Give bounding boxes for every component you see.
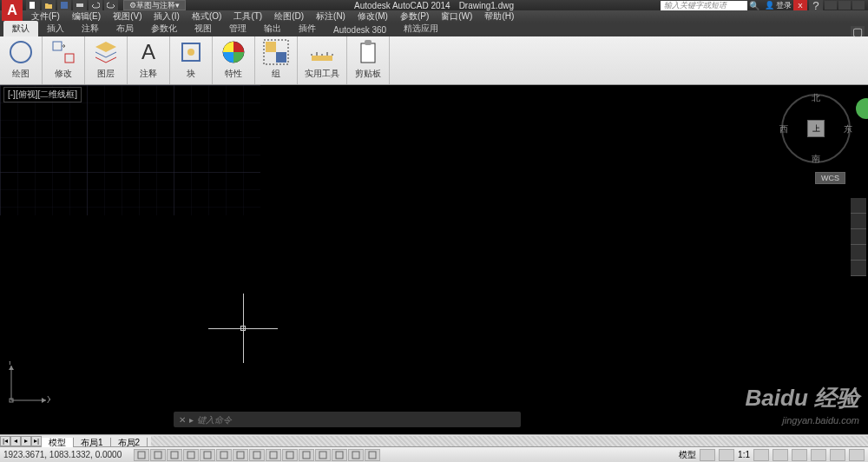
maximize-button[interactable] (838, 1, 851, 10)
tab-nav-first[interactable]: |◂ (0, 436, 10, 446)
tb-toggle[interactable] (365, 449, 380, 461)
util-icon (308, 38, 336, 66)
command-input[interactable] (197, 415, 516, 425)
ortho-toggle[interactable] (167, 449, 182, 461)
osnap-toggle[interactable] (200, 449, 215, 461)
annotation-scale[interactable]: 1:1 (738, 450, 750, 459)
model-space-label[interactable]: 模型 (679, 449, 696, 461)
ribbon-tab[interactable]: 布局 (108, 21, 142, 36)
sc-toggle[interactable] (332, 449, 347, 461)
ribbon-panel-块[interactable]: 块 (170, 36, 213, 84)
quick-view-layouts[interactable] (700, 449, 715, 461)
wcs-dropdown[interactable]: WCS (815, 172, 845, 184)
minimize-button[interactable] (825, 1, 837, 10)
exchange-icon[interactable]: X (793, 0, 807, 10)
viewcube-east[interactable]: 东 (844, 123, 852, 135)
ribbon-tab[interactable]: 插入 (38, 21, 73, 36)
search-input[interactable]: 输入关键字或短语 (661, 1, 747, 10)
ribbon-tab[interactable]: 参数化 (142, 21, 186, 36)
isolate-objects-icon[interactable] (830, 449, 845, 461)
ribbon-panel-图层[interactable]: 图层 (85, 36, 128, 84)
workspace-dropdown[interactable]: ⚙ 草图与注释 ▾ (123, 0, 186, 10)
plot-button[interactable] (73, 0, 87, 10)
hardware-accel-icon[interactable] (811, 449, 826, 461)
zoom-icon[interactable] (851, 229, 866, 245)
tab-nav-next[interactable]: ▸ (21, 436, 31, 446)
viewcube-top-face[interactable]: 上 (807, 120, 825, 137)
annotation-visibility-icon[interactable] (753, 449, 769, 461)
model-tab[interactable]: 模型 (42, 438, 74, 447)
viewcube-west[interactable]: 西 (779, 123, 788, 135)
ribbon-panel-修改[interactable]: 修改 (43, 36, 85, 84)
ribbon-tab[interactable]: 管理 (220, 21, 255, 36)
lwt-toggle[interactable] (282, 449, 298, 461)
osnap3d-toggle[interactable] (216, 449, 232, 461)
pan-icon[interactable] (851, 214, 866, 229)
ribbon-panel-注释[interactable]: A注释 (128, 36, 170, 84)
ducs-toggle[interactable] (249, 449, 265, 461)
dyn-toggle[interactable] (266, 449, 281, 461)
signin-button[interactable]: 👤 登录 (765, 0, 792, 11)
svg-rect-34 (303, 452, 310, 459)
open-button[interactable] (42, 0, 56, 10)
tab-nav-last[interactable]: ▸| (31, 436, 42, 446)
search-icon[interactable]: 🔍 (749, 1, 760, 10)
undo-button[interactable] (89, 0, 102, 10)
ribbon-panel-实用工具[interactable]: 实用工具 (298, 36, 347, 84)
autodesk-bubble-icon[interactable] (856, 98, 868, 119)
ribbon-tab[interactable]: 视图 (186, 21, 220, 36)
coordinates-display[interactable]: 1923.3671, 1083.1332, 0.0000 (3, 450, 122, 459)
workspace-switching-icon[interactable] (773, 449, 788, 461)
orbit-icon[interactable] (851, 245, 866, 261)
layout-tab[interactable]: 布局1 (74, 438, 111, 447)
clean-screen-icon[interactable] (849, 449, 865, 461)
app-logo[interactable]: A (2, 0, 23, 21)
new-button[interactable] (26, 0, 40, 10)
viewcube-north[interactable]: 北 (812, 92, 820, 104)
save-button[interactable] (57, 0, 71, 10)
snap-toggle[interactable] (134, 449, 149, 461)
svg-rect-35 (319, 452, 326, 459)
svg-text:X: X (47, 395, 50, 405)
ribbon-panel-绘图[interactable]: 绘图 (0, 36, 43, 84)
polar-toggle[interactable] (183, 449, 199, 461)
ribbon-tab[interactable]: 精选应用 (395, 21, 447, 36)
viewport-controls[interactable]: [-][俯视][二维线框] (3, 87, 82, 102)
wheel-icon[interactable] (851, 198, 866, 214)
ribbon-tab[interactable]: 插件 (290, 21, 325, 36)
otrack-toggle[interactable] (233, 449, 248, 461)
qp-toggle[interactable] (315, 449, 331, 461)
group-icon (262, 38, 290, 66)
grid-toggle[interactable] (150, 449, 166, 461)
tab-nav-prev[interactable]: ◂ (10, 436, 21, 446)
title-bar-right: 输入关键字或短语 🔍 👤 登录 X ? (661, 0, 865, 11)
menu-item[interactable]: 帮助(H) (479, 10, 519, 23)
ribbon-panel-剪贴板[interactable]: 剪贴板 (347, 36, 390, 84)
ribbon-tab[interactable]: 注释 (73, 21, 108, 36)
command-line[interactable]: ✕ ▸ (174, 412, 521, 427)
ucs-icon[interactable]: X Y (7, 361, 50, 408)
ribbon-tab[interactable]: 输出 (255, 21, 290, 36)
ribbon-panel-组[interactable]: 组 (255, 36, 298, 84)
viewcube[interactable]: 上 北 南 东 西 (781, 94, 851, 163)
viewcube-south[interactable]: 南 (812, 153, 820, 165)
showmotion-icon[interactable] (851, 261, 866, 276)
am-toggle[interactable] (348, 449, 364, 461)
tpy-toggle[interactable] (299, 449, 314, 461)
layout-tab[interactable]: 布局2 (111, 438, 148, 447)
close-cmdline-icon[interactable]: ✕ (179, 415, 186, 425)
tab-scrollbar[interactable] (151, 436, 868, 446)
drawing-area[interactable]: [-][俯视][二维线框] X Y 上 北 南 东 西 WCS ✕ ▸ Baid… (0, 85, 868, 434)
lock-ui-icon[interactable] (792, 449, 807, 461)
svg-rect-30 (237, 452, 244, 459)
close-button[interactable] (852, 1, 865, 10)
help-icon[interactable]: ? (809, 0, 823, 10)
quick-view-drawings[interactable] (719, 449, 734, 461)
ribbon-expand-icon[interactable]: ▢ (851, 26, 865, 36)
redo-button[interactable] (104, 0, 118, 10)
baidu-watermark-url: jingyan.baidu.com (782, 415, 859, 426)
ribbon-tab[interactable]: Autodesk 360 (325, 23, 395, 36)
menu-item[interactable]: 修改(M) (352, 10, 393, 23)
ribbon-panel-特性[interactable]: 特性 (213, 36, 255, 84)
ribbon-tab[interactable]: 默认 (3, 21, 38, 36)
